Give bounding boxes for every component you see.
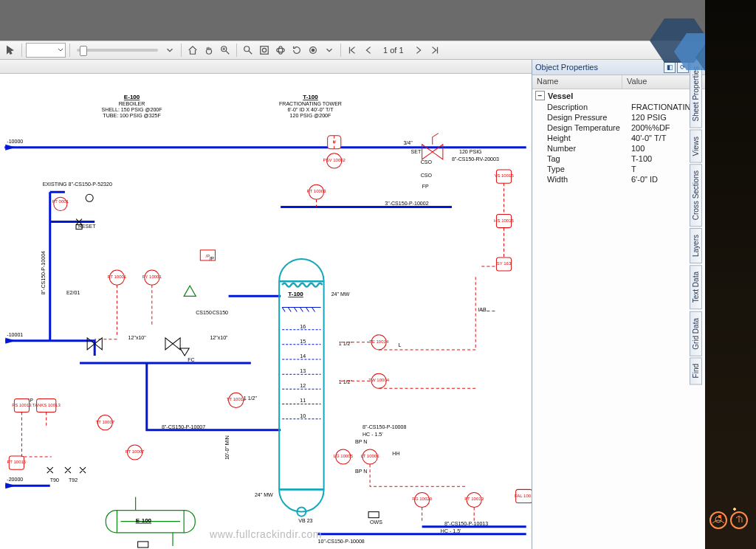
property-row[interactable]: TypeT [532, 164, 705, 174]
svg-text:HC - 1.5': HC - 1.5' [441, 528, 461, 534]
svg-text:PS 10013: PS 10013 [12, 403, 32, 407]
side-tab-sheet-properties[interactable]: Sheet Properties [690, 60, 702, 128]
svg-text:T90: T90 [50, 477, 59, 483]
view-icon[interactable] [306, 43, 320, 58]
svg-text:SHELL: 150 PSIG @200F: SHELL: 150 PSIG @200F [102, 107, 163, 112]
svg-text:PT 10003: PT 10003 [307, 189, 327, 193]
property-row[interactable]: Design Pressure120 PSIG [532, 112, 705, 122]
zoom-slider[interactable] [77, 49, 158, 52]
svg-text:3"-CS150-P-10002: 3"-CS150-P-10002 [385, 201, 428, 206]
svg-text:/P: /P [206, 254, 210, 258]
svg-point-4 [277, 48, 285, 52]
svg-rect-70 [138, 542, 148, 548]
svg-text:6'-0" ID X 40'-0" T/T: 6'-0" ID X 40'-0" T/T [287, 107, 334, 112]
pid-drawing[interactable]: E-100 REBOILER SHELL: 150 PSIG @200F TUB… [0, 73, 532, 549]
next-page-icon[interactable] [411, 43, 426, 58]
svg-text:FP: FP [422, 184, 429, 189]
zoom-dropdown-icon[interactable] [162, 43, 177, 58]
prop-name: Tag [547, 154, 631, 163]
property-row[interactable]: TagT-100 [532, 153, 705, 164]
svg-text:120 PSIG @200F: 120 PSIG @200F [290, 113, 331, 118]
last-page-icon[interactable] [427, 43, 442, 58]
side-tab-text-data[interactable]: Text Data [690, 265, 702, 309]
property-group-vessel[interactable]: − Vessel [532, 89, 705, 102]
main-toolbar: 1 of 1 [0, 41, 705, 60]
property-row[interactable]: Design Temperature200%%DF [532, 122, 705, 133]
svg-text:24" MW: 24" MW [255, 492, 273, 497]
prop-name: Design Pressure [547, 113, 631, 122]
side-tab-find[interactable]: Find [690, 357, 702, 384]
svg-text:FC: FC [188, 357, 194, 362]
svg-text:T-100: T-100 [288, 291, 303, 297]
svg-text:HC - 1.5': HC - 1.5' [362, 432, 383, 437]
svg-text:OWS: OWS [370, 519, 382, 525]
drawing-viewport[interactable]: E-100 REBOILER SHELL: 150 PSIG @200F TUB… [0, 60, 532, 549]
prop-name: Design Temperature [547, 123, 631, 132]
col-name-header[interactable]: Name [532, 75, 622, 89]
svg-text:TW 10004: TW 10004 [368, 378, 389, 382]
first-page-icon[interactable] [345, 43, 360, 58]
property-row[interactable]: Height40'-0" T/T [532, 133, 705, 143]
svg-text:3/4": 3/4" [403, 140, 413, 145]
svg-point-3 [262, 48, 266, 52]
svg-text:13: 13 [300, 368, 306, 373]
zoom-in-icon[interactable] [218, 43, 233, 58]
prop-name: Number [547, 144, 631, 153]
svg-point-1 [244, 46, 250, 52]
panel-new-icon[interactable]: ◧ [664, 61, 676, 73]
zoom-window-icon[interactable] [241, 43, 255, 58]
view-dropdown-icon[interactable] [322, 43, 337, 58]
svg-text:E-100: E-100 [124, 94, 140, 100]
svg-text:10'-0" MIN: 10'-0" MIN [224, 435, 230, 460]
svg-text:SY 163: SY 163 [497, 261, 512, 266]
svg-text:T-100: T-100 [303, 94, 318, 100]
rotate-icon[interactable] [289, 43, 304, 58]
side-tab-cross-sections[interactable]: Cross Sections [690, 164, 702, 227]
svg-text:12"x10": 12"x10" [128, 335, 147, 340]
svg-text:12"x10": 12"x10" [210, 335, 228, 340]
orbit-icon[interactable] [273, 43, 288, 58]
svg-text:8"-CS150-P-10008: 8"-CS150-P-10008 [362, 424, 406, 429]
zoom-extents-icon[interactable] [257, 43, 272, 58]
svg-point-121 [86, 194, 93, 201]
cursor-tool-icon[interactable] [3, 43, 18, 58]
property-row[interactable]: Number100 [532, 143, 705, 153]
prop-name: Type [547, 165, 631, 173]
svg-text:24" MW: 24" MW [331, 291, 350, 297]
prev-page-icon[interactable] [361, 43, 376, 58]
svg-text:FT 10015: FT 10015 [7, 460, 27, 464]
svg-text:BP N: BP N [355, 469, 367, 474]
svg-text:FT 0001: FT 0001 [52, 199, 69, 204]
side-tab-views[interactable]: Views [690, 130, 702, 163]
property-row[interactable]: DescriptionFRACTIONATING [532, 102, 705, 112]
svg-text:14: 14 [300, 353, 306, 359]
stage-background [0, 0, 705, 41]
svg-text:FT 10001: FT 10001 [108, 274, 127, 279]
svg-text:16: 16 [300, 324, 306, 329]
svg-text:FRACTIONATING TOWER: FRACTIONATING TOWER [279, 101, 342, 106]
svg-text:CS150: CS150 [212, 310, 228, 315]
panel-refresh-icon[interactable]: ⟳ [677, 61, 689, 73]
property-row[interactable]: Width6'-0" ID [532, 174, 705, 184]
svg-text:15: 15 [300, 339, 306, 344]
horizontal-ruler [0, 60, 532, 74]
side-tab-grid-data[interactable]: Grid Data [690, 311, 702, 356]
side-tab-layers[interactable]: Layers [690, 228, 702, 263]
svg-text:TUBE: 100 PSIG @325F: TUBE: 100 PSIG @325F [103, 113, 161, 118]
collapse-icon[interactable]: − [535, 91, 545, 100]
pan-icon[interactable] [202, 43, 216, 58]
svg-point-7 [312, 49, 315, 52]
svg-text:REBOILER: REBOILER [119, 101, 145, 106]
svg-text:PSV 10002: PSV 10002 [323, 158, 346, 162]
svg-text:FAL 1001: FAL 1001 [515, 494, 532, 498]
sheet-dropdown[interactable] [26, 43, 66, 58]
svg-text:-20000: -20000 [7, 477, 23, 482]
home-icon[interactable] [185, 43, 200, 58]
svg-text:8"-CS150-P-10007: 8"-CS150-P-10007 [162, 424, 205, 429]
svg-text:1 1/2": 1 1/2" [339, 379, 353, 384]
svg-text:1 1/2": 1 1/2" [339, 341, 353, 346]
tower-t100[interactable]: T-100 16 15 14 13 12 11 10 VB 23 [279, 259, 323, 523]
svg-text:8"-CS150-P-10013: 8"-CS150-P-10013 [444, 521, 488, 526]
heat-exchanger-e100[interactable]: E-100 [106, 497, 195, 546]
panel-title: Object Properties [535, 63, 598, 72]
